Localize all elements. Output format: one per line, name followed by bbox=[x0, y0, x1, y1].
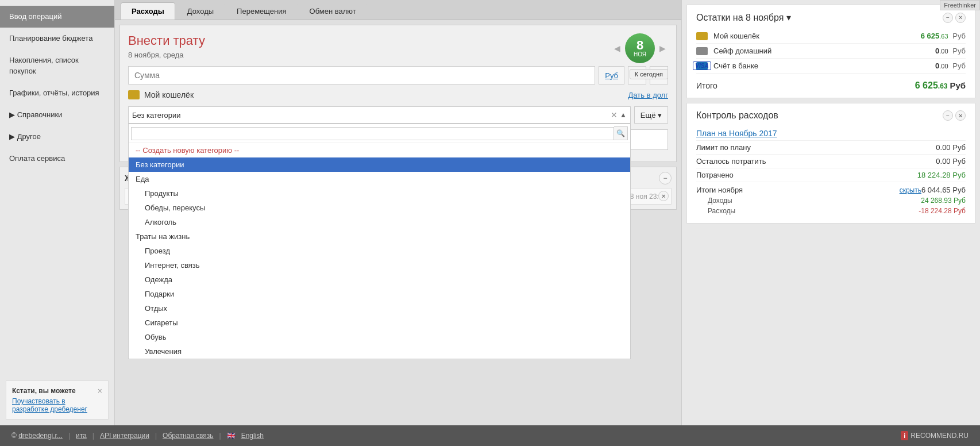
safe-account-amount: 0.00 Руб bbox=[935, 47, 966, 55]
category-selected-text: Без категории bbox=[132, 111, 611, 120]
wallet-account-name: Мой кошелёк bbox=[713, 32, 921, 40]
category-search-icon[interactable]: 🔍 bbox=[614, 126, 628, 140]
footer-feedback-link[interactable]: Обратная связь bbox=[163, 432, 213, 440]
debt-link[interactable]: Дать в долг bbox=[628, 91, 668, 99]
control-title-row: Контроль расходов − ✕ bbox=[696, 110, 966, 121]
category-clear-button[interactable]: ✕ bbox=[611, 110, 618, 120]
nov-hide-link[interactable]: скрыть bbox=[900, 186, 921, 194]
nov-totals-row: Итоги ноября скрыть 6 044.65 Руб bbox=[696, 182, 966, 195]
date-day: 8 bbox=[636, 39, 643, 52]
remaining-label: Осталось потратить bbox=[696, 157, 936, 166]
balances-total-label: Итого bbox=[696, 81, 915, 90]
category-item-food[interactable]: Еда bbox=[129, 172, 630, 186]
plan-link[interactable]: План на Ноябрь 2017 bbox=[696, 129, 777, 138]
spent-row: Потрачено 18 224.28 Руб bbox=[696, 168, 966, 182]
footer-ita-link[interactable]: ита bbox=[76, 432, 87, 440]
income-sub-value: 24 268.93 Руб bbox=[921, 197, 966, 205]
category-item-alcohol[interactable]: Алкоголь bbox=[129, 215, 630, 229]
balance-row-bank: VISA Счёт в банке 0.00 Руб bbox=[696, 59, 966, 74]
sidebar-item-charts[interactable]: Графики, отчёты, история bbox=[0, 82, 114, 104]
irecommend-logo: i bbox=[901, 431, 908, 440]
category-item-internet[interactable]: Интернет, связь bbox=[129, 258, 630, 272]
amount-row: Руб = ⓘ bbox=[128, 66, 668, 84]
category-item-clothes[interactable]: Одежда bbox=[129, 272, 630, 287]
balance-row-safe: Сейф домашний 0.00 Руб bbox=[696, 44, 966, 59]
more-button[interactable]: Ещё ▾ bbox=[634, 106, 668, 124]
control-minimize-button[interactable]: − bbox=[943, 110, 953, 121]
sidebar-item-savings[interactable]: Накопления, список покупок bbox=[0, 49, 114, 82]
form-date: 8 ноября, среда bbox=[128, 51, 668, 59]
tab-transfers[interactable]: Перемещения bbox=[226, 2, 297, 20]
category-item-lunches[interactable]: Обеды, перекусы bbox=[129, 201, 630, 215]
remaining-value: 0.00 Руб bbox=[936, 157, 966, 166]
category-item-no-category[interactable]: Без категории bbox=[129, 157, 630, 172]
category-item-gifts[interactable]: Подарки bbox=[129, 287, 630, 301]
freethinker-badge: Freethinker bbox=[940, 0, 980, 10]
promo-block: × Кстати, вы можете Поучаствовать в разр… bbox=[6, 380, 109, 420]
date-month: НОЯ bbox=[634, 52, 646, 57]
next-date-button[interactable]: ▶ bbox=[657, 43, 668, 54]
limit-row: Лимит по плану 0.00 Руб bbox=[696, 141, 966, 155]
date-badge: 8 НОЯ bbox=[625, 33, 655, 63]
expense-control-widget: Контроль расходов − ✕ План на Ноябрь 201… bbox=[686, 103, 975, 224]
footer-english-link[interactable]: English bbox=[241, 432, 264, 440]
balances-title-row: Остатки на 8 ноября ▾ − ✕ bbox=[696, 12, 966, 23]
sidebar-item-references[interactable]: ▶ Справочники bbox=[0, 104, 114, 126]
journal-sub-close-button[interactable]: ✕ bbox=[658, 191, 669, 201]
category-select-container: Без категории ✕ ▲ 🔍 -- Создать новую кат… bbox=[128, 106, 631, 124]
remaining-row: Осталось потратить 0.00 Руб bbox=[696, 155, 966, 168]
bank-account-icon: VISA bbox=[696, 62, 708, 70]
tab-expenses[interactable]: Расходы bbox=[121, 2, 175, 20]
promo-title: Кстати, вы можете bbox=[12, 387, 102, 395]
prev-date-button[interactable]: ◀ bbox=[612, 43, 623, 54]
category-item-leisure[interactable]: Отдых bbox=[129, 301, 630, 316]
footer: © drebedengi.r... | ита | API интеграции… bbox=[0, 425, 980, 446]
bank-account-name: Счёт в банке bbox=[713, 61, 935, 70]
sidebar-item-budget[interactable]: Планирование бюджета bbox=[0, 28, 114, 49]
amount-input[interactable] bbox=[128, 66, 595, 84]
limit-label: Лимит по плану bbox=[696, 143, 936, 152]
category-item-products[interactable]: Продукты bbox=[129, 186, 630, 201]
balances-controls: − ✕ bbox=[943, 13, 966, 23]
category-item-life-expenses[interactable]: Траты на жизнь bbox=[129, 229, 630, 244]
safe-account-icon bbox=[696, 47, 708, 55]
spent-value: 18 224.28 Руб bbox=[917, 171, 966, 179]
balances-close-button[interactable]: ✕ bbox=[955, 13, 966, 23]
balances-minimize-button[interactable]: − bbox=[943, 13, 953, 23]
sidebar-item-enter-ops[interactable]: Ввод операций bbox=[0, 6, 114, 28]
expense-form: ◀ 8 НОЯ ▶ К сегодня Внести трату 8 ноябр… bbox=[119, 25, 677, 162]
control-controls: − ✕ bbox=[943, 110, 966, 121]
control-close-button[interactable]: ✕ bbox=[955, 110, 966, 121]
create-category-item[interactable]: -- Создать новую категорию -- bbox=[129, 143, 630, 157]
category-arrow-icon: ▲ bbox=[620, 111, 627, 119]
form-title: Внести трату bbox=[128, 33, 668, 48]
journal-close-button[interactable]: − bbox=[659, 172, 672, 184]
recommend-badge: i RECOMMEND.RU bbox=[901, 431, 969, 440]
category-item-transport[interactable]: Проезд bbox=[129, 244, 630, 258]
tab-exchange[interactable]: Обмен валют bbox=[299, 2, 367, 20]
nov-totals-label: Итоги ноября bbox=[696, 186, 897, 194]
category-search-input[interactable] bbox=[131, 127, 614, 140]
category-item-hobbies[interactable]: Увлечения bbox=[129, 344, 630, 359]
sidebar-item-payment[interactable]: Оплата сервиса bbox=[0, 148, 114, 170]
category-dropdown-trigger[interactable]: Без категории ✕ ▲ bbox=[128, 106, 631, 124]
today-button[interactable]: К сегодня bbox=[630, 69, 668, 79]
footer-api-link[interactable]: API интеграции bbox=[100, 432, 149, 440]
promo-close-button[interactable]: × bbox=[98, 387, 102, 395]
balance-row-wallet: Мой кошелёк 6 625.63 Руб bbox=[696, 29, 966, 44]
tab-income[interactable]: Доходы bbox=[176, 2, 225, 20]
wallet-account-amount: 6 625.63 Руб bbox=[921, 32, 966, 40]
footer-drebedengi-link[interactable]: drebedengi.r... bbox=[18, 432, 63, 440]
center-panel: Расходы Доходы Перемещения Обмен валют ◀… bbox=[115, 0, 681, 425]
sidebar-item-other[interactable]: ▶ Другое bbox=[0, 126, 114, 148]
promo-link[interactable]: Поучаствовать в разработке дребеденег bbox=[12, 397, 87, 413]
wallet-row: Мой кошелёк Дать в долг bbox=[128, 90, 668, 99]
category-item-shoes[interactable]: Обувь bbox=[129, 330, 630, 344]
currency-button[interactable]: Руб bbox=[599, 66, 624, 84]
english-flag-icon: 🇬🇧 bbox=[227, 432, 236, 440]
limit-value: 0.00 Руб bbox=[936, 143, 966, 152]
date-nav: ◀ 8 НОЯ ▶ bbox=[612, 33, 668, 63]
category-item-cigarettes[interactable]: Сигареты bbox=[129, 316, 630, 330]
spent-label: Потрачено bbox=[696, 171, 917, 179]
expenses-sub-value: -18 224.28 Руб bbox=[919, 207, 966, 215]
